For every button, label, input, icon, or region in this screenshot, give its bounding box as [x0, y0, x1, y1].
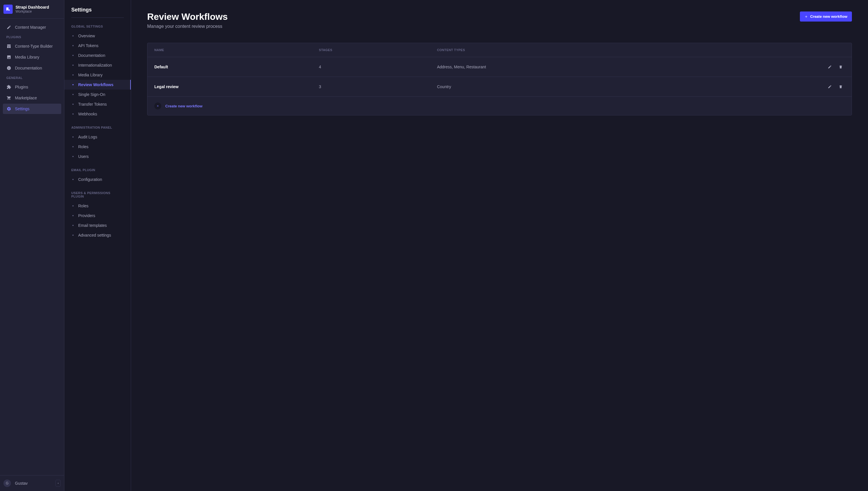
settings-item-overview[interactable]: Overview	[71, 31, 124, 41]
layout-icon	[6, 44, 11, 49]
brand-block: Strapi Dashboard Workplace	[0, 0, 64, 19]
nav-label: Marketplace	[15, 96, 37, 100]
collapse-sidebar-button[interactable]	[55, 480, 61, 487]
nav-label: Plugins	[15, 85, 28, 89]
nav-label: Content-Type Builder	[15, 44, 53, 49]
nav-label: Settings	[15, 107, 30, 111]
nav-content-manager[interactable]: Content Manager	[3, 22, 61, 32]
settings-item-email-config[interactable]: Configuration	[71, 175, 124, 184]
user-name: Gustav	[15, 481, 55, 486]
col-actions	[702, 43, 851, 57]
plus-icon	[805, 15, 808, 18]
edit-button[interactable]	[826, 83, 834, 91]
info-icon	[6, 65, 11, 70]
section-global-settings-label: Global Settings	[71, 25, 124, 28]
settings-item-audit-logs[interactable]: Audit Logs	[71, 132, 124, 142]
settings-item-api-tokens[interactable]: API Tokens	[71, 41, 124, 51]
delete-button[interactable]	[837, 83, 845, 91]
pencil-icon	[6, 25, 11, 30]
nav-plugins[interactable]: Plugins	[3, 82, 61, 92]
trash-icon	[839, 85, 843, 89]
cell-content-types: Country	[430, 77, 702, 97]
nav-settings[interactable]: Settings	[3, 104, 61, 114]
table-row[interactable]: Default 4 Address, Menu, Restaurant	[147, 57, 851, 77]
nav-marketplace[interactable]: Marketplace	[3, 93, 61, 103]
page-title: Review Workflows	[147, 11, 228, 22]
cell-name: Default	[147, 57, 312, 77]
cell-stages: 3	[312, 77, 430, 97]
nav-label: Content Manager	[15, 25, 46, 30]
section-users-permissions-label: Users & Permissions Plugin	[71, 191, 124, 198]
brand-subtitle: Workplace	[16, 9, 49, 13]
plus-circle-icon	[154, 103, 161, 109]
create-row-label: Create new workflow	[165, 104, 202, 108]
settings-item-transfer-tokens[interactable]: Transfer Tokens	[71, 99, 124, 109]
nav-media-library[interactable]: Media Library	[3, 52, 61, 62]
section-admin-panel-label: Administration Panel	[71, 126, 124, 129]
sidebar-footer: G Gustav	[0, 475, 64, 491]
nav-documentation[interactable]: Documentation	[3, 63, 61, 73]
settings-item-roles-admin[interactable]: Roles	[71, 142, 124, 152]
puzzle-icon	[6, 84, 11, 90]
cell-name: Legal review	[147, 77, 312, 97]
brand-logo	[3, 5, 12, 14]
pencil-icon	[828, 65, 832, 69]
create-workflow-row[interactable]: Create new workflow	[147, 96, 851, 115]
nav-content-type-builder[interactable]: Content-Type Builder	[3, 41, 61, 51]
primary-nav: Content Manager Plugins Content-Type Bui…	[0, 19, 64, 475]
section-email-plugin-label: Email Plugin	[71, 168, 124, 172]
main-content: Review Workflows Manage your content rev…	[131, 0, 868, 491]
nav-label: Documentation	[15, 66, 42, 70]
gear-icon	[6, 106, 11, 111]
trash-icon	[839, 65, 843, 69]
cell-content-types: Address, Menu, Restaurant	[430, 57, 702, 77]
settings-item-users-admin[interactable]: Users	[71, 152, 124, 162]
nav-section-general-label: General	[3, 74, 61, 82]
cart-icon	[6, 95, 11, 100]
settings-item-media-library[interactable]: Media Library	[71, 70, 124, 80]
nav-section-plugins-label: Plugins	[3, 33, 61, 41]
table-row[interactable]: Legal review 3 Country	[147, 77, 851, 97]
page-header: Review Workflows Manage your content rev…	[147, 11, 852, 29]
settings-item-advanced-settings[interactable]: Advanced settings	[71, 230, 124, 240]
col-name: Name	[147, 43, 312, 57]
chevron-left-icon	[57, 482, 59, 484]
settings-sidebar-title: Settings	[71, 7, 124, 18]
image-icon	[6, 55, 11, 60]
workflows-table: Name Stages Content Types Default 4 Addr…	[147, 43, 851, 96]
strapi-logo-icon	[5, 7, 11, 12]
page-subtitle: Manage your content review process	[147, 24, 228, 29]
brand-title: Strapi Dashboard	[16, 5, 49, 9]
cell-stages: 4	[312, 57, 430, 77]
settings-item-internationalization[interactable]: Internationalization	[71, 60, 124, 70]
col-stages: Stages	[312, 43, 430, 57]
workflows-panel: Name Stages Content Types Default 4 Addr…	[147, 43, 852, 115]
settings-item-providers[interactable]: Providers	[71, 211, 124, 221]
nav-label: Media Library	[15, 55, 39, 59]
settings-item-documentation[interactable]: Documentation	[71, 51, 124, 60]
settings-item-webhooks[interactable]: Webhooks	[71, 109, 124, 119]
create-workflow-button[interactable]: Create new workflow	[800, 11, 852, 22]
primary-sidebar: Strapi Dashboard Workplace Content Manag…	[0, 0, 64, 491]
delete-button[interactable]	[837, 63, 845, 71]
user-avatar[interactable]: G	[3, 480, 11, 487]
col-content-types: Content Types	[430, 43, 702, 57]
settings-item-single-sign-on[interactable]: Single Sign-On	[71, 90, 124, 99]
settings-item-roles-up[interactable]: Roles	[71, 201, 124, 211]
edit-button[interactable]	[826, 63, 834, 71]
button-label: Create new workflow	[810, 15, 847, 19]
settings-item-review-workflows[interactable]: Review Workflows	[64, 80, 131, 90]
pencil-icon	[828, 85, 832, 89]
settings-sidebar: Settings Global Settings Overview API To…	[64, 0, 131, 491]
settings-item-email-templates[interactable]: Email templates	[71, 221, 124, 230]
